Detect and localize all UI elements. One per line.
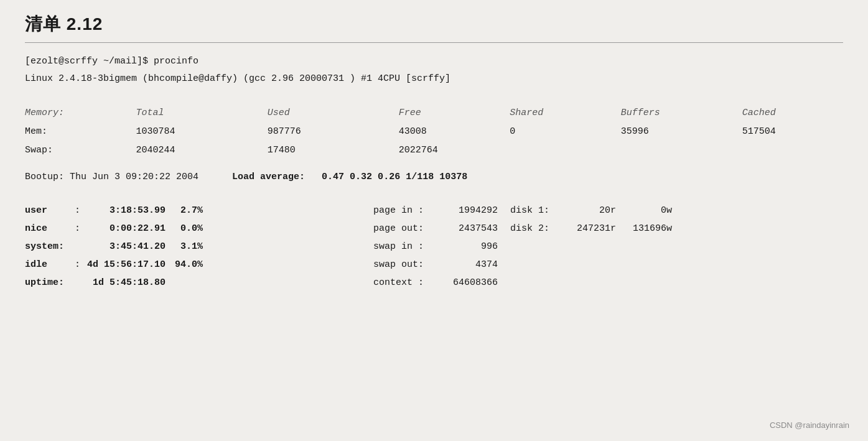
rs-value: 64608366 bbox=[436, 274, 498, 291]
disk-w: 131696w bbox=[616, 220, 672, 237]
disk-label: disk 2: bbox=[510, 220, 560, 237]
mem-col-label: Memory: bbox=[25, 104, 136, 123]
left-stat-row: nice:0:00:22.910.0% bbox=[25, 220, 373, 237]
swap-row-total: 2040244 bbox=[136, 141, 268, 160]
rs-label: page in : bbox=[373, 202, 436, 219]
right-stat-row: page in :1994292disk 1:20r0w bbox=[373, 202, 843, 219]
disk-label: disk 1: bbox=[510, 202, 560, 219]
swap-row-used: 17480 bbox=[268, 141, 399, 160]
swap-row-free: 2022764 bbox=[399, 141, 510, 160]
rs-value: 996 bbox=[436, 238, 498, 255]
command-line: [ezolt@scrffy ~/mail]$ procinfo bbox=[25, 54, 843, 69]
right-stat-row: swap out:4374 bbox=[373, 256, 843, 273]
mem-row-buffers: 35996 bbox=[621, 123, 742, 141]
stat-colon: : bbox=[75, 256, 85, 273]
mem-col-used: Used bbox=[268, 104, 399, 123]
load-values: 0.47 0.32 0.26 1/118 10378 bbox=[322, 172, 467, 182]
stat-pct: 94.0% bbox=[166, 256, 203, 273]
mem-col-free: Free bbox=[399, 104, 510, 123]
stat-pct: 0.0% bbox=[166, 220, 203, 237]
right-stat-row: context :64608366 bbox=[373, 274, 843, 291]
right-stat-row: swap in :996 bbox=[373, 238, 843, 255]
stat-label: uptime: bbox=[25, 274, 75, 291]
mem-data-row: Mem: 1030784 987776 43008 0 35996 517504 bbox=[25, 123, 843, 141]
stat-time: 3:18:53.99 bbox=[85, 202, 166, 219]
rs-label: page out: bbox=[373, 220, 436, 237]
disk-r: 247231r bbox=[560, 220, 616, 237]
left-stats: user:3:18:53.992.7%nice:0:00:22.910.0%sy… bbox=[25, 202, 373, 291]
linux-info: Linux 2.4.18-3bigmem (bhcompile@daffy) (… bbox=[25, 72, 843, 86]
stat-label: user bbox=[25, 202, 75, 219]
swap-data-row: Swap: 2040244 17480 2022764 bbox=[25, 141, 843, 160]
title-divider bbox=[25, 42, 843, 43]
left-stat-row: user:3:18:53.992.7% bbox=[25, 202, 373, 219]
right-stat-row: page out:2437543disk 2:247231r131696w bbox=[373, 220, 843, 237]
mem-col-buffers: Buffers bbox=[621, 104, 742, 123]
mem-row-cached: 517504 bbox=[742, 123, 843, 141]
bootup-line: Bootup: Thu Jun 3 09:20:22 2004 Load ave… bbox=[25, 170, 843, 185]
stat-pct: 2.7% bbox=[166, 202, 203, 219]
mem-row-total: 1030784 bbox=[136, 123, 268, 141]
mem-col-shared: Shared bbox=[510, 104, 621, 123]
stat-colon: : bbox=[75, 202, 85, 219]
right-stats: page in :1994292disk 1:20r0wpage out:243… bbox=[373, 202, 843, 291]
disk-w: 0w bbox=[616, 202, 672, 219]
rs-label: swap in : bbox=[373, 238, 436, 255]
mem-row-shared: 0 bbox=[510, 123, 621, 141]
stat-time: 3:45:41.20 bbox=[85, 238, 166, 255]
page-title: 清单 2.12 bbox=[25, 12, 843, 36]
mem-col-cached: Cached bbox=[742, 104, 843, 123]
memory-header-row: Memory: Total Used Free Shared Buffers C… bbox=[25, 104, 843, 123]
rs-label: context : bbox=[373, 274, 436, 291]
stat-label: idle bbox=[25, 256, 75, 273]
stat-time: 4d 15:56:17.10 bbox=[85, 256, 166, 273]
watermark: CSDN @raindayinrain bbox=[770, 420, 849, 430]
swap-row-label: Swap: bbox=[25, 141, 136, 160]
stat-time: 1d 5:45:18.80 bbox=[85, 274, 166, 291]
rs-value: 4374 bbox=[436, 256, 498, 273]
bootup-prefix: Bootup: Thu Jun 3 09:20:22 2004 bbox=[25, 172, 198, 182]
left-stat-row: uptime:1d 5:45:18.80 bbox=[25, 274, 373, 291]
left-stat-row: idle:4d 15:56:17.1094.0% bbox=[25, 256, 373, 273]
memory-table: Memory: Total Used Free Shared Buffers C… bbox=[25, 104, 843, 160]
mem-row-free: 43008 bbox=[399, 123, 510, 141]
rs-value: 1994292 bbox=[436, 202, 498, 219]
mem-row-used: 987776 bbox=[268, 123, 399, 141]
disk-r: 20r bbox=[560, 202, 616, 219]
mem-row-label: Mem: bbox=[25, 123, 136, 141]
stat-pct: 3.1% bbox=[166, 238, 203, 255]
stat-label: system: bbox=[25, 238, 75, 255]
stats-section: user:3:18:53.992.7%nice:0:00:22.910.0%sy… bbox=[25, 202, 843, 291]
load-label: Load average: bbox=[232, 172, 305, 182]
stat-time: 0:00:22.91 bbox=[85, 220, 166, 237]
mem-col-total: Total bbox=[136, 104, 268, 123]
left-stat-row: system:3:45:41.203.1% bbox=[25, 238, 373, 255]
stat-label: nice bbox=[25, 220, 75, 237]
stat-colon: : bbox=[75, 220, 85, 237]
rs-value: 2437543 bbox=[436, 220, 498, 237]
rs-label: swap out: bbox=[373, 256, 436, 273]
